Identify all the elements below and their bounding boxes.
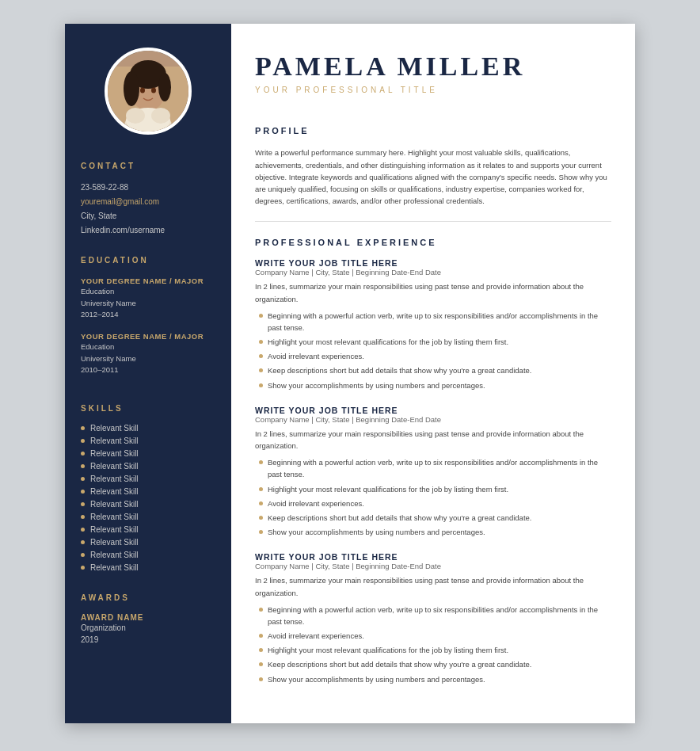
job-bullets-3: Beginning with a powerful action verb, w… bbox=[259, 604, 611, 685]
job-desc-2: In 2 lines, summarize your main responsi… bbox=[255, 428, 611, 452]
bullet-dot bbox=[259, 501, 263, 505]
skill-dot bbox=[81, 452, 85, 456]
awards-section: AWARDS AWARD NAME Organization 2019 bbox=[65, 582, 231, 660]
job-bullet-2-5: Show your accomplishments by using numbe… bbox=[259, 526, 611, 538]
job-title-1: WRITE YOUR JOB TITLE HERE bbox=[255, 258, 611, 268]
svg-point-8 bbox=[158, 73, 171, 101]
job-bullet-3-5: Show your accomplishments by using numbe… bbox=[259, 673, 611, 685]
edu-years-1: 2012–2014 bbox=[81, 309, 215, 320]
job-title-3: WRITE YOUR JOB TITLE HERE bbox=[255, 552, 611, 562]
education-title: EDUCATION bbox=[81, 256, 215, 268]
education-section: EDUCATION YOUR DEGREE NAME / MAJOR Educa… bbox=[65, 245, 231, 393]
job-bullet-3-2: Avoid irrelevant experiences. bbox=[259, 630, 611, 642]
contact-email[interactable]: youremail@gmail.com bbox=[81, 197, 159, 206]
bullet-dot bbox=[259, 516, 263, 520]
awards-title: AWARDS bbox=[81, 593, 215, 605]
skill-dot bbox=[81, 426, 85, 430]
job-title-2: WRITE YOUR JOB TITLE HERE bbox=[255, 406, 611, 415]
skill-dot bbox=[81, 490, 85, 494]
bullet-dot bbox=[259, 354, 263, 358]
skill-item-4: Relevant Skill bbox=[81, 462, 215, 471]
bullet-dot bbox=[259, 677, 263, 681]
job-block-3: WRITE YOUR JOB TITLE HERE Company Name |… bbox=[255, 552, 611, 685]
job-bullets-1: Beginning with a powerful action verb, w… bbox=[259, 310, 611, 391]
job-bullet-2-1: Beginning with a powerful action verb, w… bbox=[259, 456, 611, 480]
skill-item-3: Relevant Skill bbox=[81, 449, 215, 458]
skills-section: SKILLS Relevant Skill Relevant Skill Rel… bbox=[65, 393, 231, 582]
edu-degree-2: YOUR DEGREE NAME / MAJOR bbox=[81, 331, 215, 341]
education-block-1: YOUR DEGREE NAME / MAJOR Education Unive… bbox=[81, 276, 215, 320]
job-bullet-3-1: Beginning with a powerful action verb, w… bbox=[259, 604, 611, 627]
bullet-dot bbox=[259, 314, 263, 318]
section-divider bbox=[255, 221, 611, 222]
contact-address: City, State bbox=[81, 210, 215, 222]
skill-item-8: Relevant Skill bbox=[81, 513, 215, 521]
award-block-1: AWARD NAME Organization 2019 bbox=[81, 613, 215, 646]
bullet-dot bbox=[259, 383, 263, 387]
bullet-dot bbox=[259, 460, 263, 464]
skill-item-9: Relevant Skill bbox=[81, 525, 215, 534]
resume-header: PAMELA MILLER YOUR PROFESSIONAL TITLE bbox=[255, 24, 611, 110]
bullet-dot bbox=[259, 487, 263, 491]
job-bullet-1-3: Avoid irrelevant experiences. bbox=[259, 350, 611, 362]
svg-point-7 bbox=[124, 71, 139, 106]
profile-photo-circle bbox=[105, 48, 192, 135]
svg-point-9 bbox=[140, 88, 145, 93]
skills-list: Relevant Skill Relevant Skill Relevant S… bbox=[81, 424, 215, 572]
bullet-dot bbox=[259, 608, 263, 612]
resume-name: PAMELA MILLER bbox=[255, 51, 611, 81]
edu-school-2: University Name bbox=[81, 353, 215, 364]
contact-info: 23-589-22-88 youremail@gmail.com City, S… bbox=[81, 181, 215, 236]
photo-area bbox=[65, 24, 231, 151]
skill-item-5: Relevant Skill bbox=[81, 475, 215, 483]
job-company-2: Company Name | City, State | Beginning D… bbox=[255, 415, 611, 424]
contact-title: CONTACT bbox=[81, 162, 215, 173]
award-year-1: 2019 bbox=[81, 634, 215, 646]
edu-sub-2: Education bbox=[81, 341, 215, 353]
bullet-dot bbox=[259, 634, 263, 638]
job-bullet-1-1: Beginning with a powerful action verb, w… bbox=[259, 310, 611, 334]
job-block-1: WRITE YOUR JOB TITLE HERE Company Name |… bbox=[255, 258, 611, 391]
resume-document: CONTACT 23-589-22-88 youremail@gmail.com… bbox=[65, 24, 635, 723]
bullet-dot bbox=[259, 340, 263, 344]
edu-years-2: 2010–2011 bbox=[81, 364, 215, 376]
job-bullet-2-2: Highlight your most relevant qualificati… bbox=[259, 483, 611, 495]
svg-point-13 bbox=[151, 108, 170, 124]
sidebar: CONTACT 23-589-22-88 youremail@gmail.com… bbox=[65, 24, 231, 723]
skill-item-10: Relevant Skill bbox=[81, 538, 215, 547]
experience-section: PROFESSIONAL EXPERIENCE WRITE YOUR JOB T… bbox=[255, 238, 611, 685]
skill-item-6: Relevant Skill bbox=[81, 487, 215, 496]
edu-school-1: University Name bbox=[81, 298, 215, 309]
job-bullet-2-4: Keep descriptions short but add details … bbox=[259, 512, 611, 524]
experience-title: PROFESSIONAL EXPERIENCE bbox=[255, 238, 611, 250]
profile-title: PROFILE bbox=[255, 126, 611, 139]
profile-photo-svg bbox=[108, 51, 188, 132]
job-bullets-2: Beginning with a powerful action verb, w… bbox=[259, 456, 611, 538]
skill-dot bbox=[81, 553, 85, 557]
profile-text: Write a powerful performance summary her… bbox=[255, 147, 611, 207]
skill-item-12: Relevant Skill bbox=[81, 563, 215, 572]
job-block-2: WRITE YOUR JOB TITLE HERE Company Name |… bbox=[255, 406, 611, 539]
contact-linkedin[interactable]: Linkedin.com/username bbox=[81, 224, 215, 236]
job-bullet-1-2: Highlight your most relevant qualificati… bbox=[259, 336, 611, 348]
job-bullet-3-4: Keep descriptions short but add details … bbox=[259, 658, 611, 670]
skills-title: SKILLS bbox=[81, 404, 215, 416]
svg-point-10 bbox=[151, 88, 156, 93]
contact-phone: 23-589-22-88 bbox=[81, 181, 215, 193]
resume-professional-title: YOUR PROFESSIONAL TITLE bbox=[255, 86, 611, 94]
job-bullet-1-5: Show your accomplishments by using numbe… bbox=[259, 379, 611, 391]
bullet-dot bbox=[259, 368, 263, 372]
profile-section: PROFILE Write a powerful performance sum… bbox=[255, 126, 611, 207]
skill-dot bbox=[81, 439, 85, 443]
svg-point-12 bbox=[126, 108, 145, 124]
bullet-dot bbox=[259, 648, 263, 652]
edu-degree-1: YOUR DEGREE NAME / MAJOR bbox=[81, 276, 215, 286]
job-company-3: Company Name | City, State | Beginning D… bbox=[255, 562, 611, 570]
job-company-1: Company Name | City, State | Beginning D… bbox=[255, 268, 611, 276]
job-desc-1: In 2 lines, summarize your main responsi… bbox=[255, 280, 611, 304]
skill-item-7: Relevant Skill bbox=[81, 500, 215, 509]
skill-dot bbox=[81, 566, 85, 570]
skill-dot bbox=[81, 515, 85, 519]
bullet-dot bbox=[259, 662, 263, 666]
skill-dot bbox=[81, 528, 85, 532]
